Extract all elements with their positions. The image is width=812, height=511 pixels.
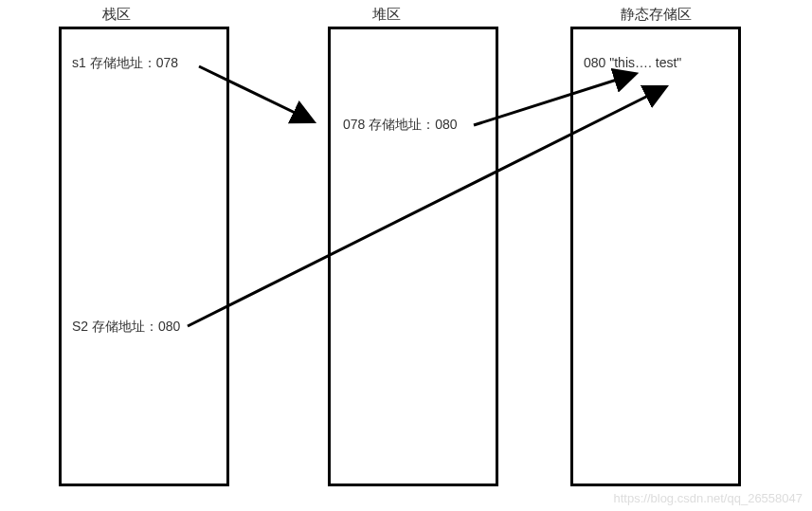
static-entry: 080 "this…. test" bbox=[584, 55, 681, 70]
heap-title: 堆区 bbox=[372, 6, 401, 24]
heap-box bbox=[328, 27, 498, 486]
stack-box bbox=[59, 27, 229, 486]
stack-entry-s2: S2 存储地址：080 bbox=[72, 319, 180, 336]
static-title: 静态存储区 bbox=[621, 6, 692, 24]
static-box bbox=[570, 27, 741, 486]
watermark: https://blog.csdn.net/qq_26558047 bbox=[614, 491, 803, 505]
stack-entry-s1: s1 存储地址：078 bbox=[72, 55, 178, 72]
heap-entry: 078 存储地址：080 bbox=[343, 117, 458, 134]
stack-title: 栈区 bbox=[102, 6, 131, 24]
